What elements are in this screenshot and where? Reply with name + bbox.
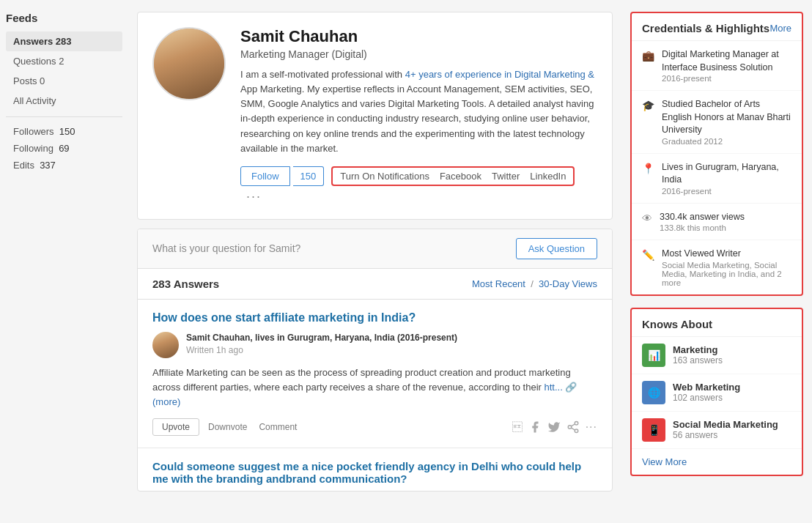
facebook-link[interactable]: Facebook xyxy=(440,171,481,182)
knows-about-header: Knows About xyxy=(632,309,802,337)
feed-section: What is your question for Samit? Ask Que… xyxy=(137,229,613,492)
more-answer-options[interactable]: ··· xyxy=(586,420,597,434)
right-sidebar: Credentials & Highlights More 💼 Digital … xyxy=(621,0,812,523)
credential-job-date: 2016-present xyxy=(662,74,791,83)
credential-edu-text: Studied Bachelor of Arts English Honors … xyxy=(662,98,791,146)
knows-web-topic[interactable]: Web Marketing xyxy=(673,382,740,393)
knows-social-topic[interactable]: Social Media Marketing xyxy=(673,419,778,430)
svg-line-5 xyxy=(571,424,575,426)
credential-job-title: Digital Marketing Manager at Interface B… xyxy=(662,48,791,74)
credentials-title: Credentials & Highlights xyxy=(642,22,769,34)
social-media-icon: 📱 xyxy=(642,418,665,442)
left-sidebar: Feeds Answers 283 Questions 2 Posts 0 Al… xyxy=(0,0,128,523)
credential-writer-topics: Social Media Marketing, Social Media, Ma… xyxy=(662,261,791,287)
share-icon[interactable] xyxy=(566,420,580,434)
credential-writer-title: Most Viewed Writer xyxy=(662,248,791,261)
turn-on-notifications-link[interactable]: Turn On Notifications xyxy=(340,171,429,182)
ask-question-bar: What is your question for Samit? Ask Que… xyxy=(138,229,612,269)
sidebar-item-posts[interactable]: Posts 0 xyxy=(6,71,122,91)
knows-web-count: 102 answers xyxy=(673,393,740,403)
answer-author-avatar xyxy=(152,332,179,358)
stat-followers: Followers 150 xyxy=(6,123,122,140)
profile-name: Samit Chauhan xyxy=(240,27,597,46)
answer-link-icon: 🔗 xyxy=(565,382,577,393)
writer-icon: ✏️ xyxy=(642,249,654,261)
upvote-button[interactable]: Upvote xyxy=(152,418,199,436)
credential-item-views: 👁 330.4k answer views 133.8k this month xyxy=(632,204,802,241)
credential-views-month: 133.8k this month xyxy=(660,223,745,232)
knows-web-text: Web Marketing 102 answers xyxy=(673,382,740,403)
profile-title: Marketing Manager (Digital) xyxy=(240,48,597,60)
avatar-image xyxy=(154,29,224,99)
sidebar-item-answers[interactable]: Answers 283 xyxy=(6,31,122,51)
twitter-share-icon[interactable] xyxy=(547,420,561,434)
credential-views-count: 330.4k answer views xyxy=(660,211,745,224)
marketing-icon: 📊 xyxy=(642,344,665,367)
view-more-link[interactable]: View More xyxy=(632,449,802,475)
credential-writer-text: Most Viewed Writer Social Media Marketin… xyxy=(662,248,791,287)
credential-location-title: Lives in Gurugram, Haryana, India xyxy=(662,161,791,187)
follow-button[interactable]: Follow xyxy=(240,166,290,186)
credential-edu-date: Graduated 2012 xyxy=(662,137,791,146)
knows-social-count: 56 answers xyxy=(673,430,778,440)
answer-author-info: Samit Chauhan, lives in Gurugram, Haryan… xyxy=(186,332,457,357)
bio-highlight: 4+ years of experience in Digital Market… xyxy=(405,69,594,80)
web-marketing-icon: 🌐 xyxy=(642,381,665,404)
sort-30-day[interactable]: 30-Day Views xyxy=(539,278,597,289)
credential-item-location: 📍 Lives in Gurugram, Haryana, India 2016… xyxy=(632,154,802,204)
svg-point-1 xyxy=(575,422,578,426)
answer-question-title[interactable]: How does one start affiliate marketing i… xyxy=(152,311,597,324)
comment-button[interactable]: Comment xyxy=(256,419,300,435)
credential-edu-title: Studied Bachelor of Arts English Honors … xyxy=(662,98,791,137)
feeds-title: Feeds xyxy=(6,12,122,24)
answers-sort: Most Recent / 30-Day Views xyxy=(472,278,597,289)
credential-views-text: 330.4k answer views 133.8k this month xyxy=(660,211,745,233)
answer-link[interactable]: htt... xyxy=(545,382,563,393)
sort-most-recent[interactable]: Most Recent xyxy=(472,278,525,289)
downvote-button[interactable]: Downvote xyxy=(205,419,250,435)
credential-item-writer: ✏️ Most Viewed Writer Social Media Marke… xyxy=(632,240,802,294)
sidebar-item-all-activity[interactable]: All Activity xyxy=(6,91,122,111)
answer-author-name: Samit Chauhan, lives in Gurugram, Haryan… xyxy=(186,332,457,344)
credential-item-job: 💼 Digital Marketing Manager at Interface… xyxy=(632,41,802,91)
profile-bio: I am a self-motivated professional with … xyxy=(240,67,597,156)
profile-header: Samit Chauhan Marketing Manager (Digital… xyxy=(137,12,613,220)
answers-count: 283 Answers xyxy=(152,278,219,290)
job-icon: 💼 xyxy=(642,50,654,62)
facebook-share-icon[interactable]:  xyxy=(512,421,523,433)
knows-about-title: Knows About xyxy=(642,318,712,330)
sidebar-item-questions[interactable]: Questions 2 xyxy=(6,51,122,71)
answer-time: Written 1h ago xyxy=(186,344,457,357)
ask-question-button[interactable]: Ask Question xyxy=(516,238,597,259)
follow-count-button[interactable]: 150 xyxy=(293,166,325,186)
answer-meta: Samit Chauhan, lives in Gurugram, Haryan… xyxy=(152,332,597,358)
stat-edits: Edits 337 xyxy=(6,157,122,174)
answer-actions-left: Upvote Downvote Comment xyxy=(152,418,300,436)
credentials-header: Credentials & Highlights More xyxy=(632,13,802,41)
knows-social-text: Social Media Marketing 56 answers xyxy=(673,419,778,440)
profile-info: Samit Chauhan Marketing Manager (Digital… xyxy=(240,27,597,204)
credentials-more-link[interactable]: More xyxy=(769,23,791,34)
linkedin-link[interactable]: LinkedIn xyxy=(530,171,566,182)
more-options-button[interactable]: ··· xyxy=(246,189,262,204)
knows-item-social-media: 📱 Social Media Marketing 56 answers xyxy=(632,412,802,449)
svg-point-2 xyxy=(568,426,572,429)
knows-marketing-topic[interactable]: Marketing xyxy=(673,344,723,355)
answer-actions-right:  ··· xyxy=(512,420,597,434)
facebook-share-icon[interactable] xyxy=(528,420,542,434)
sidebar-divider xyxy=(6,116,122,117)
credentials-widget: Credentials & Highlights More 💼 Digital … xyxy=(630,12,803,296)
second-question-title[interactable]: Could someone suggest me a nice pocket f… xyxy=(138,448,612,491)
svg-line-4 xyxy=(571,428,575,430)
answer-text: Affiliate Marketing can be seen as the p… xyxy=(152,366,597,409)
knows-marketing-count: 163 answers xyxy=(673,355,723,366)
answer-actions: Upvote Downvote Comment  ··· xyxy=(152,418,597,436)
location-icon: 📍 xyxy=(642,163,654,174)
action-bar: Follow 150 Turn On Notifications Faceboo… xyxy=(240,166,597,204)
knows-marketing-text: Marketing 163 answers xyxy=(673,344,723,366)
credential-location-text: Lives in Gurugram, Haryana, India 2016-p… xyxy=(662,161,791,196)
answer-more-link[interactable]: (more) xyxy=(152,396,180,407)
views-icon: 👁 xyxy=(642,212,652,224)
twitter-link[interactable]: Twitter xyxy=(492,171,520,182)
stat-following: Following 69 xyxy=(6,140,122,157)
